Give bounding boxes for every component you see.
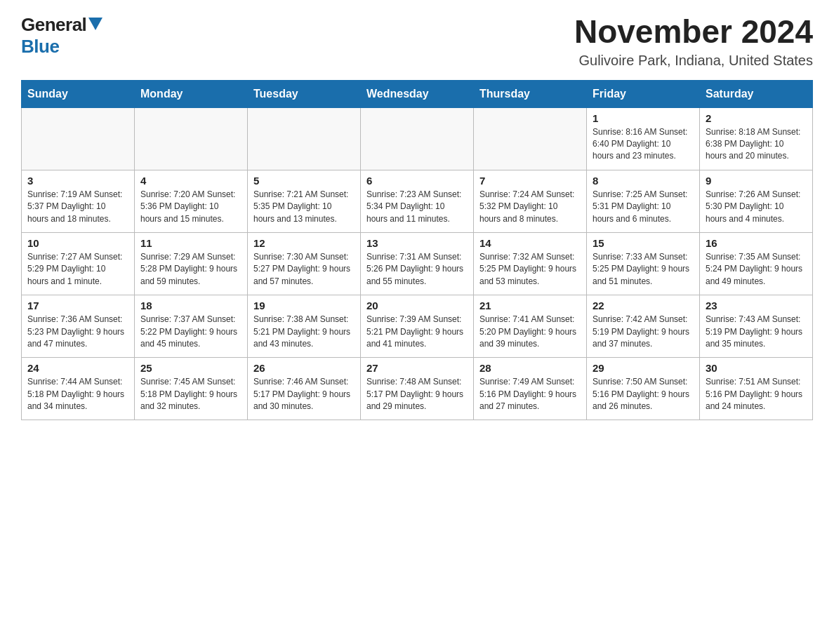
calendar-day-header: Tuesday xyxy=(248,80,361,107)
calendar-cell: 2Sunrise: 8:18 AM Sunset: 6:38 PM Daylig… xyxy=(700,107,813,170)
calendar-cell: 30Sunrise: 7:51 AM Sunset: 5:16 PM Dayli… xyxy=(700,358,813,420)
calendar-cell xyxy=(361,107,474,170)
calendar-cell: 6Sunrise: 7:23 AM Sunset: 5:34 PM Daylig… xyxy=(361,170,474,232)
calendar-cell: 7Sunrise: 7:24 AM Sunset: 5:32 PM Daylig… xyxy=(474,170,587,232)
day-number: 6 xyxy=(366,175,468,187)
calendar-cell: 10Sunrise: 7:27 AM Sunset: 5:29 PM Dayli… xyxy=(22,232,135,295)
day-number: 22 xyxy=(593,300,694,311)
calendar-cell: 4Sunrise: 7:20 AM Sunset: 5:36 PM Daylig… xyxy=(135,170,248,232)
day-number: 17 xyxy=(27,300,128,311)
day-info: Sunrise: 7:46 AM Sunset: 5:17 PM Dayligh… xyxy=(253,376,355,412)
calendar-week-row: 10Sunrise: 7:27 AM Sunset: 5:29 PM Dayli… xyxy=(22,232,813,295)
day-number: 4 xyxy=(140,175,241,187)
day-number: 18 xyxy=(140,300,241,311)
day-info: Sunrise: 7:45 AM Sunset: 5:18 PM Dayligh… xyxy=(140,376,241,412)
calendar-cell xyxy=(474,107,587,170)
calendar-cell: 27Sunrise: 7:48 AM Sunset: 5:17 PM Dayli… xyxy=(361,358,474,420)
logo-blue-text: Blue xyxy=(21,36,59,58)
day-number: 14 xyxy=(479,237,581,249)
logo-general-text: General xyxy=(21,14,86,36)
day-number: 27 xyxy=(366,362,468,374)
calendar-cell: 24Sunrise: 7:44 AM Sunset: 5:18 PM Dayli… xyxy=(22,358,135,420)
day-number: 9 xyxy=(706,175,807,187)
day-number: 19 xyxy=(253,300,355,311)
day-info: Sunrise: 7:51 AM Sunset: 5:16 PM Dayligh… xyxy=(706,376,807,412)
calendar-cell: 12Sunrise: 7:30 AM Sunset: 5:27 PM Dayli… xyxy=(248,232,361,295)
calendar-cell: 22Sunrise: 7:42 AM Sunset: 5:19 PM Dayli… xyxy=(587,295,700,358)
calendar-cell: 5Sunrise: 7:21 AM Sunset: 5:35 PM Daylig… xyxy=(248,170,361,232)
calendar-cell: 15Sunrise: 7:33 AM Sunset: 5:25 PM Dayli… xyxy=(587,232,700,295)
day-info: Sunrise: 7:36 AM Sunset: 5:23 PM Dayligh… xyxy=(27,314,128,350)
calendar-cell: 29Sunrise: 7:50 AM Sunset: 5:16 PM Dayli… xyxy=(587,358,700,420)
calendar-table: SundayMondayTuesdayWednesdayThursdayFrid… xyxy=(21,80,813,421)
day-number: 2 xyxy=(706,112,807,124)
logo: General Blue xyxy=(21,14,102,58)
calendar-cell: 19Sunrise: 7:38 AM Sunset: 5:21 PM Dayli… xyxy=(248,295,361,358)
calendar-week-row: 3Sunrise: 7:19 AM Sunset: 5:37 PM Daylig… xyxy=(22,170,813,232)
calendar-week-row: 1Sunrise: 8:16 AM Sunset: 6:40 PM Daylig… xyxy=(22,107,813,170)
day-number: 1 xyxy=(593,112,694,124)
calendar-header-row: SundayMondayTuesdayWednesdayThursdayFrid… xyxy=(22,80,813,107)
calendar-cell xyxy=(135,107,248,170)
day-info: Sunrise: 7:32 AM Sunset: 5:25 PM Dayligh… xyxy=(479,251,581,288)
calendar-cell xyxy=(22,107,135,170)
page-header: General Blue November 2024 Gulivoire Par… xyxy=(21,14,813,69)
day-info: Sunrise: 7:39 AM Sunset: 5:21 PM Dayligh… xyxy=(366,314,468,350)
calendar-day-header: Wednesday xyxy=(361,80,474,107)
calendar-cell: 25Sunrise: 7:45 AM Sunset: 5:18 PM Dayli… xyxy=(135,358,248,420)
day-info: Sunrise: 7:26 AM Sunset: 5:30 PM Dayligh… xyxy=(706,189,807,225)
day-info: Sunrise: 7:30 AM Sunset: 5:27 PM Dayligh… xyxy=(253,251,355,288)
logo-triangle-icon xyxy=(88,18,102,30)
calendar-cell: 3Sunrise: 7:19 AM Sunset: 5:37 PM Daylig… xyxy=(22,170,135,232)
calendar-cell: 18Sunrise: 7:37 AM Sunset: 5:22 PM Dayli… xyxy=(135,295,248,358)
day-number: 29 xyxy=(593,362,694,374)
day-info: Sunrise: 7:27 AM Sunset: 5:29 PM Dayligh… xyxy=(27,251,128,288)
day-number: 12 xyxy=(253,237,355,249)
day-info: Sunrise: 7:43 AM Sunset: 5:19 PM Dayligh… xyxy=(706,314,807,350)
day-info: Sunrise: 7:25 AM Sunset: 5:31 PM Dayligh… xyxy=(593,189,694,225)
day-info: Sunrise: 8:16 AM Sunset: 6:40 PM Dayligh… xyxy=(593,126,694,163)
day-number: 10 xyxy=(27,237,128,249)
calendar-day-header: Saturday xyxy=(700,80,813,107)
day-number: 24 xyxy=(27,362,128,374)
day-info: Sunrise: 7:29 AM Sunset: 5:28 PM Dayligh… xyxy=(140,251,241,288)
day-number: 15 xyxy=(593,237,694,249)
day-info: Sunrise: 7:38 AM Sunset: 5:21 PM Dayligh… xyxy=(253,314,355,350)
calendar-cell: 13Sunrise: 7:31 AM Sunset: 5:26 PM Dayli… xyxy=(361,232,474,295)
calendar-cell: 28Sunrise: 7:49 AM Sunset: 5:16 PM Dayli… xyxy=(474,358,587,420)
calendar-day-header: Friday xyxy=(587,80,700,107)
day-number: 28 xyxy=(479,362,581,374)
day-number: 11 xyxy=(140,237,241,249)
day-info: Sunrise: 7:19 AM Sunset: 5:37 PM Dayligh… xyxy=(27,189,128,225)
page-subtitle: Gulivoire Park, Indiana, United States xyxy=(574,53,813,69)
day-info: Sunrise: 7:21 AM Sunset: 5:35 PM Dayligh… xyxy=(253,189,355,225)
day-number: 25 xyxy=(140,362,241,374)
calendar-cell: 23Sunrise: 7:43 AM Sunset: 5:19 PM Dayli… xyxy=(700,295,813,358)
day-number: 26 xyxy=(253,362,355,374)
day-info: Sunrise: 7:20 AM Sunset: 5:36 PM Dayligh… xyxy=(140,189,241,225)
calendar-week-row: 24Sunrise: 7:44 AM Sunset: 5:18 PM Dayli… xyxy=(22,358,813,420)
calendar-cell: 17Sunrise: 7:36 AM Sunset: 5:23 PM Dayli… xyxy=(22,295,135,358)
page-title: November 2024 xyxy=(574,14,813,50)
day-info: Sunrise: 7:42 AM Sunset: 5:19 PM Dayligh… xyxy=(593,314,694,350)
calendar-cell xyxy=(248,107,361,170)
calendar-day-header: Monday xyxy=(135,80,248,107)
day-number: 16 xyxy=(706,237,807,249)
day-info: Sunrise: 7:44 AM Sunset: 5:18 PM Dayligh… xyxy=(27,376,128,412)
calendar-day-header: Sunday xyxy=(22,80,135,107)
calendar-cell: 20Sunrise: 7:39 AM Sunset: 5:21 PM Dayli… xyxy=(361,295,474,358)
day-info: Sunrise: 7:41 AM Sunset: 5:20 PM Dayligh… xyxy=(479,314,581,350)
day-info: Sunrise: 7:48 AM Sunset: 5:17 PM Dayligh… xyxy=(366,376,468,412)
calendar-cell: 9Sunrise: 7:26 AM Sunset: 5:30 PM Daylig… xyxy=(700,170,813,232)
title-area: November 2024 Gulivoire Park, Indiana, U… xyxy=(574,14,813,69)
day-info: Sunrise: 7:23 AM Sunset: 5:34 PM Dayligh… xyxy=(366,189,468,225)
calendar-cell: 26Sunrise: 7:46 AM Sunset: 5:17 PM Dayli… xyxy=(248,358,361,420)
calendar-cell: 21Sunrise: 7:41 AM Sunset: 5:20 PM Dayli… xyxy=(474,295,587,358)
calendar-cell: 11Sunrise: 7:29 AM Sunset: 5:28 PM Dayli… xyxy=(135,232,248,295)
calendar-cell: 14Sunrise: 7:32 AM Sunset: 5:25 PM Dayli… xyxy=(474,232,587,295)
day-info: Sunrise: 7:49 AM Sunset: 5:16 PM Dayligh… xyxy=(479,376,581,412)
day-info: Sunrise: 7:50 AM Sunset: 5:16 PM Dayligh… xyxy=(593,376,694,412)
calendar-cell: 16Sunrise: 7:35 AM Sunset: 5:24 PM Dayli… xyxy=(700,232,813,295)
day-number: 5 xyxy=(253,175,355,187)
day-number: 30 xyxy=(706,362,807,374)
